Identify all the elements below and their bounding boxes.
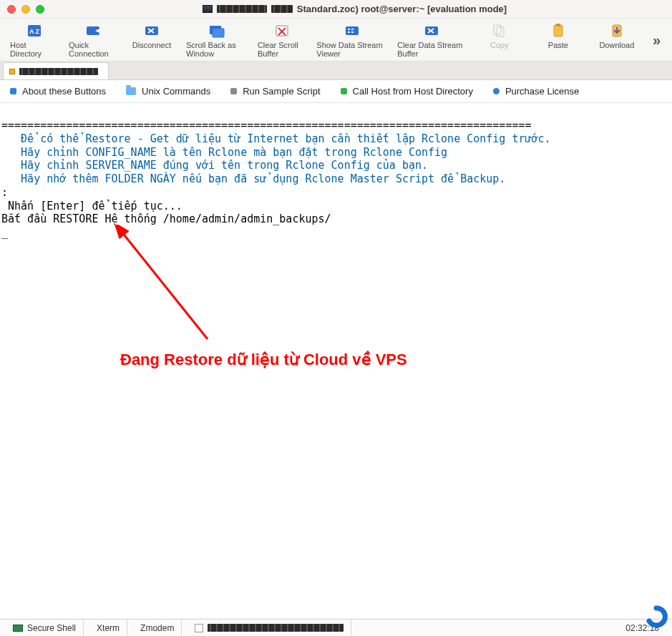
titlebar: Standard.zoc) root@server:~ [evaluation … xyxy=(0,0,672,19)
status-label: Xterm xyxy=(97,623,120,633)
quicklink-label: Purchase License xyxy=(505,86,579,97)
svg-text:A Z: A Z xyxy=(29,28,40,35)
window-title: Standard.zoc) root@server:~ [evaluation … xyxy=(44,4,665,14)
svg-line-26 xyxy=(122,232,208,339)
bullet-icon xyxy=(341,88,347,94)
svg-rect-13 xyxy=(348,29,350,30)
show-data-stream-button[interactable]: Show Data Stream Viewer xyxy=(312,21,391,59)
copy-icon xyxy=(490,23,510,39)
status-checkbox[interactable] xyxy=(188,620,351,636)
svg-rect-8 xyxy=(213,29,224,37)
svg-rect-15 xyxy=(348,31,350,33)
quick-connection-button[interactable]: Quick Connection xyxy=(64,21,122,59)
annotation-text: Đang Restore dữ liệu từ Cloud về VPS xyxy=(120,350,407,370)
download-button[interactable]: Download xyxy=(588,21,646,51)
status-label: Secure Shell xyxy=(27,623,76,633)
run-sample-link[interactable]: Run Sample Script xyxy=(230,86,320,97)
folder-icon xyxy=(126,87,136,95)
toolbar: A Z Host Directory Quick Connection Disc… xyxy=(0,19,672,62)
status-label: Zmodem xyxy=(140,623,174,633)
toolbar-label: Copy xyxy=(490,41,509,49)
paste-button[interactable]: Paste xyxy=(530,21,587,51)
status-shell[interactable]: Secure Shell xyxy=(6,620,84,636)
title-text: Standard.zoc) root@server:~ [evaluation … xyxy=(297,4,507,14)
monitor-icon xyxy=(13,625,23,632)
obscured-text xyxy=(271,5,293,13)
close-icon[interactable] xyxy=(7,5,16,14)
svg-rect-12 xyxy=(346,26,359,35)
scroll-back-icon xyxy=(207,23,227,39)
clear-data-stream-button[interactable]: Clear Data Stream Buffer xyxy=(393,21,469,59)
clear-scroll-icon xyxy=(272,23,292,39)
svg-rect-16 xyxy=(351,31,354,33)
terminal-line: Để có thể Restore - Get dữ liệu từ Inter… xyxy=(0,132,672,186)
quick-connection-icon xyxy=(83,23,103,39)
obscured-text xyxy=(217,5,267,13)
toolbar-label: Clear Data Stream Buffer xyxy=(397,41,465,58)
disconnect-icon xyxy=(142,23,162,39)
minimize-icon[interactable] xyxy=(21,5,30,14)
obscured-text xyxy=(19,68,98,75)
toolbar-overflow-icon[interactable]: » xyxy=(647,28,666,53)
toolbar-label: Quick Connection xyxy=(69,41,117,58)
bullet-icon xyxy=(230,88,237,94)
annotation-arrow-icon xyxy=(107,225,236,353)
host-directory-button[interactable]: A Z Host Directory xyxy=(6,21,63,59)
terminal-rule: ========================================… xyxy=(0,119,672,132)
quicklink-label: About these Buttons xyxy=(22,86,106,97)
terminal-line: : Nhấn [Enter] để tiếp tục... Bắt đầu RE… xyxy=(0,186,672,240)
toolbar-label: Host Directory xyxy=(10,41,59,58)
clear-scroll-button[interactable]: Clear Scroll Buffer xyxy=(253,21,311,59)
bullet-icon xyxy=(493,88,500,94)
clear-data-stream-icon xyxy=(422,23,442,39)
window-controls xyxy=(7,5,44,14)
toolbar-label: Scroll Back as Window xyxy=(186,41,248,58)
obscured-text xyxy=(208,624,344,632)
quicklink-label: Call Host from Host Directory xyxy=(353,86,473,97)
status-bar: Secure Shell Xterm Zmodem 02:32:18 xyxy=(0,619,672,636)
checkbox-icon xyxy=(195,624,203,632)
toolbar-label: Paste xyxy=(548,41,568,49)
status-termtype[interactable]: Xterm xyxy=(89,620,127,636)
bullet-icon xyxy=(10,88,16,94)
toolbar-label: Download xyxy=(599,41,634,49)
about-buttons-link[interactable]: About these Buttons xyxy=(10,86,106,97)
toolbar-label: Show Data Stream Viewer xyxy=(316,41,387,58)
disconnect-button[interactable]: Disconnect xyxy=(123,21,180,51)
host-directory-icon: A Z xyxy=(24,23,44,39)
purchase-license-link[interactable]: Purchase License xyxy=(493,86,579,97)
scroll-back-button[interactable]: Scroll Back as Window xyxy=(182,21,252,59)
svg-rect-23 xyxy=(556,24,560,26)
svg-rect-20 xyxy=(494,25,501,34)
session-tab[interactable] xyxy=(3,62,109,79)
paste-icon xyxy=(548,23,568,39)
copy-button[interactable]: Copy xyxy=(471,21,528,51)
zoom-icon[interactable] xyxy=(36,5,44,14)
app-icon xyxy=(203,5,213,13)
toolbar-label: Disconnect xyxy=(132,41,171,49)
svg-rect-21 xyxy=(497,27,504,36)
quick-links-bar: About these Buttons Unix Commands Run Sa… xyxy=(0,80,672,103)
quicklink-label: Run Sample Script xyxy=(243,86,320,97)
svg-rect-14 xyxy=(351,29,354,30)
show-data-stream-icon xyxy=(342,23,362,39)
brand-logo-icon xyxy=(645,605,668,633)
quicklink-label: Unix Commands xyxy=(142,86,210,97)
status-protocol[interactable]: Zmodem xyxy=(133,620,182,636)
tab-strip xyxy=(0,62,672,80)
terminal[interactable]: ========================================… xyxy=(0,103,672,618)
unix-commands-link[interactable]: Unix Commands xyxy=(126,86,210,97)
toolbar-label: Clear Scroll Buffer xyxy=(258,41,306,58)
download-icon xyxy=(607,23,627,39)
tab-status-icon xyxy=(9,69,15,74)
svg-rect-22 xyxy=(554,25,563,36)
call-host-link[interactable]: Call Host from Host Directory xyxy=(341,86,473,97)
